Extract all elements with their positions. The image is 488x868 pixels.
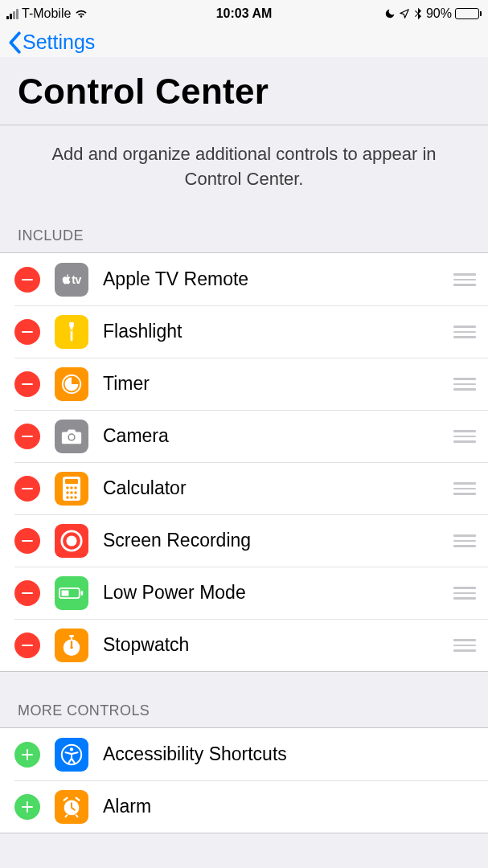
list-item: tvApple TV Remote [0,253,488,305]
svg-point-0 [71,330,72,331]
list-item: Camera [0,410,488,462]
drag-handle-icon[interactable] [453,273,477,286]
description-text: Add and organize additional controls to … [0,125,488,228]
remove-button[interactable] [14,319,40,345]
svg-rect-23 [71,637,72,641]
add-button[interactable] [14,742,40,768]
status-left: T-Mobile [6,6,88,21]
svg-point-12 [74,491,77,494]
svg-point-7 [66,486,69,489]
svg-point-8 [70,486,73,489]
remove-button[interactable] [14,633,40,658]
stopwatch-icon [55,628,88,662]
remove-button[interactable] [14,267,40,293]
bluetooth-icon [413,7,423,20]
list-item: Flashlight [0,305,488,358]
svg-rect-22 [69,635,74,637]
drag-handle-icon[interactable] [453,639,477,652]
svg-rect-6 [65,479,78,484]
svg-point-17 [66,535,76,546]
location-icon [399,8,410,19]
status-bar: T-Mobile 10:03 AM 90% [0,0,488,24]
list-item: Alarm [0,780,488,833]
list-item: Stopwatch [0,619,488,671]
appletv-icon: tv [55,263,88,297]
carrier-label: T-Mobile [22,6,71,21]
svg-rect-19 [62,590,69,596]
list-item: Accessibility Shortcuts [0,728,488,780]
drag-handle-icon[interactable] [453,587,477,600]
remove-button[interactable] [14,424,40,449]
more-controls-list: Accessibility ShortcutsAlarm [0,727,488,833]
remove-button[interactable] [14,580,40,606]
do-not-disturb-icon [384,8,396,19]
nav-bar: Settings [0,24,488,57]
svg-rect-20 [81,591,84,595]
svg-point-26 [70,747,73,751]
remove-button[interactable] [14,476,40,502]
drag-handle-icon[interactable] [453,482,477,495]
battery-icon [455,8,482,19]
page-title: Control Center [0,57,488,125]
svg-point-9 [74,486,77,489]
battery-percent: 90% [426,6,452,21]
item-label: Accessibility Shortcuts [103,743,477,765]
calc-icon [55,472,88,506]
camera-icon [55,420,88,453]
item-label: Alarm [103,796,477,817]
back-label: Settings [23,31,95,54]
item-label: Timer [103,373,453,395]
list-item: Low Power Mode [0,567,488,619]
flashlight-icon [55,315,88,349]
item-label: Apple TV Remote [103,268,453,290]
add-button[interactable] [14,794,40,820]
wifi-icon [74,8,88,19]
list-item: Timer [0,358,488,410]
list-item: Calculator [0,462,488,514]
svg-point-14 [70,496,73,499]
remove-button[interactable] [14,371,40,397]
include-list: tvApple TV RemoteFlashlightTimerCameraCa… [0,252,488,672]
svg-point-4 [69,435,74,440]
item-label: Screen Recording [103,530,453,551]
drag-handle-icon[interactable] [453,378,477,391]
list-item: Screen Recording [0,514,488,567]
item-label: Camera [103,425,453,447]
more-section-header: MORE CONTROLS [0,672,488,727]
drag-handle-icon[interactable] [453,534,477,547]
signal-icon [6,9,18,19]
item-label: Calculator [103,477,453,499]
include-section-header: INCLUDE [0,227,488,252]
drag-handle-icon[interactable] [453,326,477,338]
item-label: Flashlight [103,321,453,342]
timer-icon [55,367,88,401]
lowpower-icon [55,576,88,610]
record-icon [55,524,88,558]
svg-point-24 [70,646,72,649]
status-right: 90% [384,6,482,21]
a11y-icon [55,738,88,772]
chevron-left-icon [6,31,23,54]
svg-point-10 [66,491,69,494]
back-button[interactable]: Settings [6,31,95,54]
alarm-icon [55,790,88,824]
item-label: Stopwatch [103,634,453,656]
item-label: Low Power Mode [103,582,453,604]
remove-button[interactable] [14,528,40,554]
svg-point-15 [74,496,77,499]
svg-point-13 [66,496,69,499]
svg-point-11 [70,491,73,494]
drag-handle-icon[interactable] [453,430,477,443]
